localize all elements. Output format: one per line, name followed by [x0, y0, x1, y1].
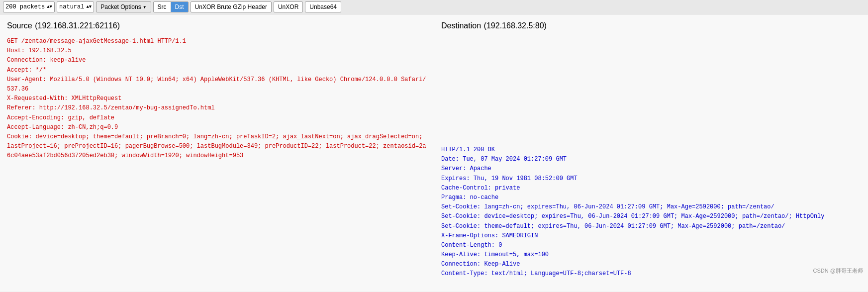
source-line: Accept-Encoding: gzip, deflate	[7, 113, 427, 123]
destination-line: Cache-Control: private	[441, 184, 861, 193]
destination-pane: Destination (192.168.32.5:80) HTTP/1.1 2…	[434, 14, 868, 292]
src-button[interactable]: Src	[154, 2, 171, 12]
source-line: Referer: http://192.168.32.5/zentao/my-b…	[7, 103, 427, 113]
packets-value: 200 packets	[5, 3, 45, 10]
destination-line: Server: Apache	[441, 164, 861, 174]
destination-line: Keep-Alive: timeout=5, max=100	[441, 250, 861, 260]
order-select[interactable]: natural ▲▼	[57, 1, 94, 12]
destination-line: Date: Tue, 07 May 2024 01:27:09 GMT	[441, 155, 861, 164]
source-title: Source (192.168.31.221:62116)	[7, 19, 427, 31]
main-content: Source (192.168.31.221:62116) GET /zenta…	[0, 14, 868, 292]
destination-lines: HTTP/1.1 200 OKDate: Tue, 07 May 2024 01…	[441, 145, 861, 279]
destination-line: Content-Type: text/html; Language=UTF-8;…	[441, 269, 861, 279]
destination-line: Connection: Keep-Alive	[441, 260, 861, 269]
destination-line: HTTP/1.1 200 OK	[441, 145, 861, 155]
destination-line: X-Frame-Options: SAMEORIGIN	[441, 231, 861, 241]
source-pane: Source (192.168.31.221:62116) GET /zenta…	[0, 14, 434, 292]
source-line: Cookie: device=desktop; theme=default; p…	[7, 132, 427, 161]
destination-title: Destination (192.168.32.5:80)	[441, 19, 861, 31]
destination-line: Content-Length: 0	[441, 241, 861, 250]
source-line: User-Agent: Mozilla/5.0 (Windows NT 10.0…	[7, 75, 427, 94]
source-line: X-Requested-With: XMLHttpRequest	[7, 94, 427, 103]
source-lines: GET /zentao/message-ajaxGetMessage-1.htm…	[7, 37, 427, 161]
source-line: Connection: keep-alive	[7, 56, 427, 65]
packets-arrow-icon: ▲▼	[47, 4, 52, 9]
packet-options-label: Packet Options	[100, 3, 141, 10]
src-dst-group: Src Dst	[153, 1, 189, 12]
destination-line: Expires: Thu, 19 Nov 1981 08:52:00 GMT	[441, 174, 861, 184]
order-value: natural	[59, 3, 84, 10]
dst-button[interactable]: Dst	[171, 2, 188, 12]
order-arrow-icon: ▲▼	[86, 4, 92, 9]
source-line: Accept-Language: zh-CN,zh;q=0.9	[7, 123, 427, 132]
unxor-brute-button[interactable]: UnXOR Brute GZip Header	[191, 1, 272, 12]
source-line: GET /zentao/message-ajaxGetMessage-1.htm…	[7, 37, 427, 46]
destination-line: Set-Cookie: theme=default; expires=Thu, …	[441, 222, 861, 231]
source-line: Accept: */*	[7, 66, 427, 75]
packet-options-button[interactable]: Packet Options	[96, 1, 151, 12]
packets-select[interactable]: 200 packets ▲▼	[3, 1, 55, 12]
destination-line: Set-Cookie: lang=zh-cn; expires=Thu, 06-…	[441, 202, 861, 212]
toolbar: 200 packets ▲▼ natural ▲▼ Packet Options…	[0, 0, 868, 14]
source-line: Host: 192.168.32.5	[7, 46, 427, 56]
unbase64-button[interactable]: Unbase64	[305, 1, 341, 12]
unxor-button[interactable]: UnXOR	[274, 1, 303, 12]
watermark: CSDN @胖哥王老师	[813, 267, 863, 275]
destination-line: Set-Cookie: device=desktop; expires=Thu,…	[441, 212, 861, 221]
destination-line: Pragma: no-cache	[441, 193, 861, 202]
